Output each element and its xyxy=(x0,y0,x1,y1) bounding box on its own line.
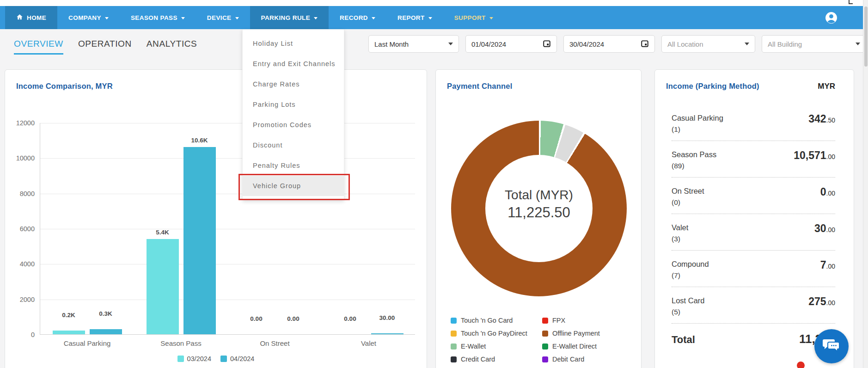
menu-item-entry-and-exit-channels[interactable]: Entry and Exit Channels xyxy=(243,54,344,74)
y-axis-tick: 6000 xyxy=(5,225,35,233)
x-axis-label: On Street xyxy=(228,339,322,347)
method-count: (1) xyxy=(672,125,835,134)
legend-label: Touch 'n Go PayDirect xyxy=(461,330,527,337)
menu-item-holiday-list[interactable]: Holiday List xyxy=(243,33,344,54)
gridline xyxy=(40,229,415,229)
y-axis-tick: 4000 xyxy=(5,260,35,268)
calendar-icon[interactable] xyxy=(641,39,649,49)
chevron-down-icon xyxy=(428,17,432,19)
method-count: (7) xyxy=(672,271,835,280)
menu-item-discount[interactable]: Discount xyxy=(243,135,344,155)
bar-03/2024-casual-parking xyxy=(53,331,85,334)
legend-label: Credit Card xyxy=(461,356,495,363)
nav-item-parking-rule[interactable]: PARKING RULE xyxy=(250,6,329,29)
legend-label: FPX xyxy=(552,317,565,324)
nav-item-support[interactable]: SUPPORT xyxy=(443,6,504,29)
menu-item-penalty-rules[interactable]: Penalty Rules xyxy=(243,155,344,176)
method-value: 7.00 xyxy=(820,259,835,271)
value-int: 342 xyxy=(808,113,826,125)
date-from-input[interactable]: 01/04/2024 xyxy=(465,35,557,53)
menu-item-promotion-codes[interactable]: Promotion Codes xyxy=(243,115,344,135)
location-value: All Location xyxy=(667,40,703,48)
gridline xyxy=(40,300,415,300)
parking-rule-dropdown-menu: Holiday ListEntry and Exit ChannelsCharg… xyxy=(242,29,344,200)
payment-legend-touch-n-go-paydirect: Touch 'n Go PayDirect xyxy=(451,330,542,337)
donut-center-text: Total (MYR) 11,225.50 xyxy=(436,188,642,221)
period-select[interactable]: Last Month xyxy=(368,35,459,53)
tab-analytics[interactable]: ANALYTICS xyxy=(147,39,197,55)
bar-value-label: 0.00 xyxy=(332,315,369,322)
menu-item-parking-lots[interactable]: Parking Lots xyxy=(243,94,344,115)
method-count: (3) xyxy=(672,235,835,243)
payment-legend-e-wallet-direct: E-Wallet Direct xyxy=(542,343,600,350)
income-total-row: Total11,225 xyxy=(672,324,835,346)
legend-swatch xyxy=(451,356,457,362)
nav-item-record[interactable]: RECORD xyxy=(329,6,386,29)
payment-legend-offline-payment: Offline Payment xyxy=(542,330,600,337)
bar-value-label: 30.00 xyxy=(369,314,406,321)
date-to-input[interactable]: 30/04/2024 xyxy=(563,35,655,53)
filter-bar: Last Month 01/04/2024 30/04/2024 All Loc… xyxy=(368,35,866,53)
bar-value-label: 0.3K xyxy=(87,310,124,317)
income-row-season-pass: Season Pass(89)10,571.00 xyxy=(672,141,835,178)
value-dec: .00 xyxy=(826,226,835,233)
payment-channel-card: Payment Channel Total (MYR) 11,225.50 To… xyxy=(435,69,642,368)
bar-chart-legend: 03/202404/2024 xyxy=(5,355,427,362)
location-select[interactable]: All Location xyxy=(661,35,755,53)
income-row-compound: Compound(7)7.00 xyxy=(672,251,835,287)
income-row-casual-parking: Casual Parking(1)342.50 xyxy=(672,104,835,141)
value-int: 0 xyxy=(820,186,826,198)
nav-item-company[interactable]: COMPANY xyxy=(57,6,120,29)
nav-item-label: HOME xyxy=(27,14,46,21)
legend-label: E-Wallet Direct xyxy=(552,343,597,350)
donut-total-value: 11,225.50 xyxy=(436,204,642,221)
chevron-down-icon xyxy=(448,43,453,45)
y-axis-tick: 8000 xyxy=(5,190,35,197)
y-axis-tick: 12000 xyxy=(5,119,35,127)
nav-item-home[interactable]: HOME xyxy=(5,6,57,29)
value-dec: .50 xyxy=(826,117,835,124)
page-scrollbar[interactable] xyxy=(863,0,868,368)
income-parking-method-title: Income (Parking Method) xyxy=(666,82,759,91)
building-select[interactable]: All Building xyxy=(762,35,866,53)
value-int: 7 xyxy=(820,259,826,271)
tab-overview[interactable]: OVERVIEW xyxy=(14,39,63,55)
method-value: 275.00 xyxy=(808,295,835,308)
nav-item-label: RECORD xyxy=(340,14,368,21)
scrollbar-thumb[interactable] xyxy=(864,6,868,67)
payment-legend-fpx: FPX xyxy=(542,317,600,324)
bar-value-label: 0.00 xyxy=(275,315,312,322)
legend-label: 03/2024 xyxy=(187,355,211,362)
income-row-valet: Valet(3)30.00 xyxy=(672,214,835,251)
gridline xyxy=(40,264,415,264)
payment-legend-debit-card: Debit Card xyxy=(542,356,600,363)
user-account-button[interactable] xyxy=(825,12,837,26)
chat-button[interactable] xyxy=(814,329,849,363)
legend-swatch xyxy=(220,356,227,362)
date-from-value: 01/04/2024 xyxy=(471,40,506,48)
menu-item-vehicle-group[interactable]: Vehicle Group xyxy=(243,176,344,196)
bar-value-label: 10.6K xyxy=(181,137,218,144)
menu-item-charge-rates[interactable]: Charge Rates xyxy=(243,74,344,94)
calendar-icon[interactable] xyxy=(543,39,551,49)
method-name: On Street xyxy=(672,187,835,196)
method-name: Valet xyxy=(672,223,835,232)
payment-channel-title: Payment Channel xyxy=(447,82,512,91)
legend-item-03/2024: 03/2024 xyxy=(177,355,211,362)
method-value: 342.50 xyxy=(808,113,835,125)
chevron-down-icon xyxy=(856,43,860,45)
chevron-down-icon xyxy=(105,17,109,19)
method-value: 10,571.00 xyxy=(794,149,835,162)
payment-legend-credit-card: Credit Card xyxy=(451,356,542,363)
browser-top-strip xyxy=(0,0,868,6)
nav-item-season-pass[interactable]: SEASON PASS xyxy=(120,6,196,29)
nav-item-label: COMPANY xyxy=(68,14,101,21)
nav-item-device[interactable]: DEVICE xyxy=(196,6,250,29)
tab-operation[interactable]: OPERATION xyxy=(78,39,132,55)
chevron-down-icon xyxy=(181,17,185,19)
nav-item-report[interactable]: REPORT xyxy=(386,6,443,29)
legend-swatch xyxy=(542,318,548,324)
user-icon xyxy=(825,18,837,25)
currency-header: MYR xyxy=(818,82,835,91)
legend-swatch xyxy=(451,318,457,324)
